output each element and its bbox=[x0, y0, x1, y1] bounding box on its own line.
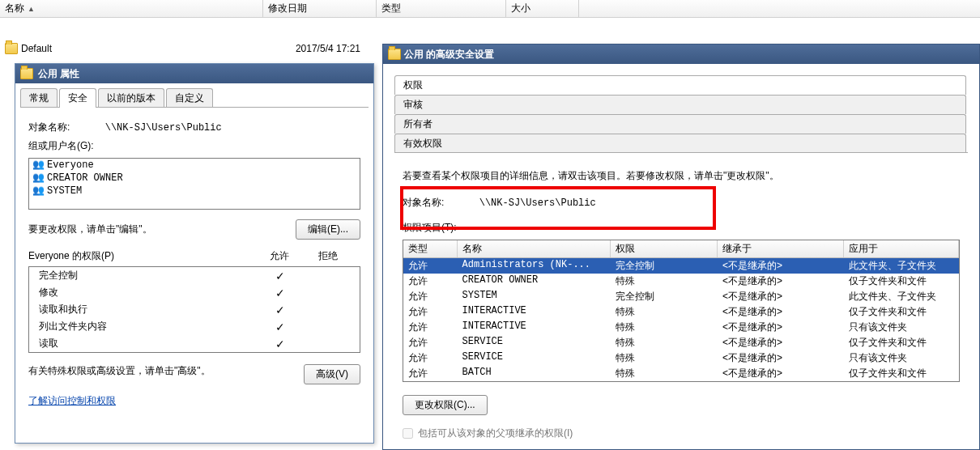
deny-label: 拒绝 bbox=[304, 249, 352, 263]
list-item[interactable]: SYSTEM bbox=[29, 185, 360, 197]
perm-header-label: Everyone 的权限(P) bbox=[28, 249, 255, 263]
tab-permissions[interactable]: 权限 bbox=[394, 75, 966, 95]
object-path: \\NK-SJ\Users\Public bbox=[105, 122, 222, 134]
cell-inherit: <不是继承的> bbox=[718, 320, 844, 335]
cell-perm: 特殊 bbox=[611, 350, 718, 366]
col-header-name[interactable]: 名称▲ bbox=[0, 0, 263, 17]
cell-inherit: <不是继承的> bbox=[718, 304, 844, 320]
change-permissions-button[interactable]: 更改权限(C)... bbox=[403, 395, 488, 415]
folder-icon bbox=[20, 68, 33, 79]
table-row[interactable]: 允许SYSTEM完全控制<不是继承的>此文件夹、子文件夹 bbox=[403, 289, 959, 304]
cell-type: 允许 bbox=[403, 289, 458, 304]
properties-dialog: 公用 属性 常规 安全 以前的版本 自定义 对象名称: \\NK-SJ\User… bbox=[15, 63, 374, 444]
th-apply[interactable]: 应用于 bbox=[844, 240, 959, 257]
cell-type: 允许 bbox=[403, 350, 458, 366]
properties-title: 公用 属性 bbox=[38, 67, 79, 81]
users-icon bbox=[32, 172, 44, 184]
cell-type: 允许 bbox=[403, 335, 458, 350]
perm-row: 修改✓ bbox=[29, 284, 360, 301]
object-name-row: 对象名称: \\NK-SJ\Users\Public bbox=[28, 121, 360, 134]
table-row[interactable]: 允许BATCH特殊<不是继承的>仅子文件夹和文件 bbox=[403, 366, 959, 381]
tab-previous-versions[interactable]: 以前的版本 bbox=[98, 88, 164, 108]
file-name: Default bbox=[21, 43, 52, 54]
advanced-button[interactable]: 高级(V) bbox=[304, 364, 360, 384]
sort-arrow-icon: ▲ bbox=[28, 5, 35, 13]
inherit-checkbox-row: 包括可从该对象的父项继承的权限(I) bbox=[403, 427, 960, 440]
table-body: 允许Administrators (NK-...完全控制<不是继承的>此文件夹、… bbox=[403, 258, 959, 381]
col-date-label: 修改日期 bbox=[268, 2, 307, 15]
group-users-list[interactable]: Everyone CREATOR OWNER SYSTEM bbox=[28, 158, 360, 210]
advanced-title: 公用 的高级安全设置 bbox=[404, 48, 494, 62]
tab-general[interactable]: 常规 bbox=[20, 88, 58, 108]
advanced-hint: 有关特殊权限或高级设置，请单击"高级"。 bbox=[28, 364, 271, 378]
entries-label: 权限项目(T): bbox=[403, 221, 960, 235]
cell-inherit: <不是继承的> bbox=[718, 258, 844, 274]
cell-name: BATCH bbox=[458, 366, 611, 381]
cell-apply: 仅子文件夹和文件 bbox=[844, 304, 959, 320]
cell-name: Administrators (NK-... bbox=[458, 258, 611, 274]
object-name-label: 对象名称: bbox=[403, 197, 444, 208]
table-row[interactable]: 允许INTERACTIVE特殊<不是继承的>仅子文件夹和文件 bbox=[403, 304, 959, 320]
list-item[interactable]: CREATOR OWNER bbox=[29, 172, 360, 185]
folder-icon bbox=[5, 43, 18, 54]
check-icon: ✓ bbox=[256, 287, 305, 299]
tab-auditing[interactable]: 审核 bbox=[394, 95, 966, 114]
col-header-date[interactable]: 修改日期 bbox=[263, 0, 377, 17]
perm-name: 读取和执行 bbox=[29, 303, 256, 316]
cell-apply: 仅子文件夹和文件 bbox=[844, 335, 959, 350]
check-icon: ✓ bbox=[256, 338, 305, 350]
perm-row: 读取和执行✓ bbox=[29, 301, 360, 318]
permissions-list: 完全控制✓ 修改✓ 读取和执行✓ 列出文件夹内容✓ 读取✓ bbox=[28, 266, 360, 353]
cell-apply: 只有该文件夹 bbox=[844, 350, 959, 366]
cell-perm: 特殊 bbox=[611, 274, 718, 289]
file-date: 2017/5/4 17:21 bbox=[263, 43, 377, 54]
list-item[interactable]: Everyone bbox=[29, 159, 360, 172]
permissions-table: 类型 名称 权限 继承于 应用于 允许Administrators (NK-..… bbox=[403, 240, 960, 382]
cell-perm: 特殊 bbox=[611, 320, 718, 335]
th-perm[interactable]: 权限 bbox=[611, 240, 718, 257]
check-icon: ✓ bbox=[256, 270, 305, 282]
th-inherit[interactable]: 继承于 bbox=[718, 240, 844, 257]
col-name-label: 名称 bbox=[5, 2, 24, 15]
tab-customize[interactable]: 自定义 bbox=[166, 88, 213, 108]
col-type-label: 类型 bbox=[381, 2, 401, 15]
cell-name: SERVICE bbox=[458, 350, 611, 366]
cell-apply: 仅子文件夹和文件 bbox=[844, 274, 959, 289]
cell-type: 允许 bbox=[403, 258, 458, 274]
object-name-label: 对象名称: bbox=[28, 121, 70, 133]
cell-inherit: <不是继承的> bbox=[718, 289, 844, 304]
th-type[interactable]: 类型 bbox=[403, 240, 458, 257]
edit-button[interactable]: 编辑(E)... bbox=[296, 219, 360, 240]
cell-perm: 特殊 bbox=[611, 304, 718, 320]
tab-security[interactable]: 安全 bbox=[59, 88, 96, 108]
table-row[interactable]: 允许SERVICE特殊<不是继承的>仅子文件夹和文件 bbox=[403, 335, 959, 350]
edit-hint: 要更改权限，请单击"编辑"。 bbox=[28, 223, 152, 236]
tab-effective[interactable]: 有效权限 bbox=[394, 134, 966, 153]
col-size-label: 大小 bbox=[511, 2, 530, 15]
col-header-size[interactable]: 大小 bbox=[506, 0, 579, 17]
table-row[interactable]: 允许INTERACTIVE特殊<不是继承的>只有该文件夹 bbox=[403, 320, 959, 335]
table-row[interactable]: 允许SERVICE特殊<不是继承的>只有该文件夹 bbox=[403, 350, 959, 366]
object-path: \\NK-SJ\Users\Public bbox=[479, 197, 596, 209]
advanced-security-dialog: 公用 的高级安全设置 权限 审核 所有者 有效权限 若要查看某个权限项目的详细信… bbox=[382, 44, 980, 450]
th-name[interactable]: 名称 bbox=[458, 240, 611, 257]
col-header-type[interactable]: 类型 bbox=[377, 0, 506, 17]
cell-apply: 此文件夹、子文件夹 bbox=[844, 258, 959, 274]
group-name: CREATOR OWNER bbox=[47, 172, 123, 184]
perm-name: 修改 bbox=[29, 286, 256, 299]
group-name: SYSTEM bbox=[47, 185, 82, 197]
table-row[interactable]: 允许CREATOR OWNER特殊<不是继承的>仅子文件夹和文件 bbox=[403, 274, 959, 289]
learn-link[interactable]: 了解访问控制和权限 bbox=[28, 394, 116, 408]
inherit-label: 包括可从该对象的父项继承的权限(I) bbox=[418, 427, 573, 440]
table-row[interactable]: 允许Administrators (NK-...完全控制<不是继承的>此文件夹、… bbox=[403, 258, 959, 274]
object-name-row: 对象名称: \\NK-SJ\Users\Public bbox=[403, 196, 960, 210]
properties-titlebar[interactable]: 公用 属性 bbox=[15, 64, 373, 83]
cell-perm: 完全控制 bbox=[611, 289, 718, 304]
cell-apply: 仅子文件夹和文件 bbox=[844, 366, 959, 381]
advanced-titlebar[interactable]: 公用 的高级安全设置 bbox=[383, 45, 979, 64]
perm-name: 读取 bbox=[29, 337, 256, 350]
cell-inherit: <不是继承的> bbox=[718, 366, 844, 381]
tab-owner[interactable]: 所有者 bbox=[394, 114, 966, 134]
folder-icon bbox=[388, 49, 401, 60]
perm-name: 列出文件夹内容 bbox=[29, 320, 256, 333]
